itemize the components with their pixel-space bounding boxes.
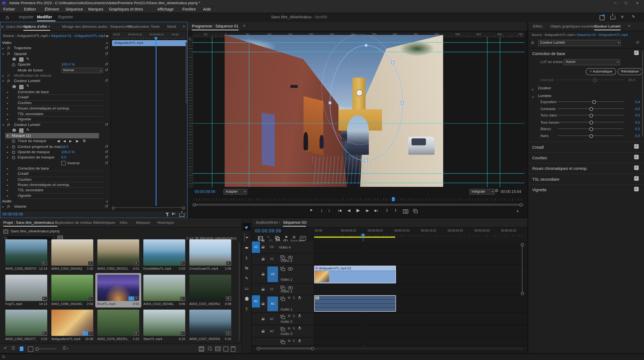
pen-mask-icon[interactable]: ✎ — [26, 128, 29, 132]
timeline-track-lane[interactable] — [313, 326, 527, 337]
track-header[interactable]: V4Vidéo 4 — [252, 242, 313, 254]
mark-in-icon[interactable]: { — [321, 208, 322, 212]
mic-icon[interactable] — [298, 296, 301, 300]
effect-clip-bar[interactable]: AntiguaArchTL.mp4 — [112, 40, 187, 46]
effect-row-Vignette[interactable]: ▸Vignette — [0, 193, 110, 199]
effect-row-Audio[interactable]: Audio▲ — [0, 198, 110, 204]
eye-icon[interactable] — [288, 267, 293, 271]
reset-icon[interactable]: ↺ — [105, 62, 108, 66]
chevron-icon[interactable]: ▾ — [3, 123, 4, 127]
zoom-level-select[interactable]: Adapter▾ — [224, 189, 247, 195]
type-tool[interactable]: T — [243, 305, 251, 313]
reset-icon[interactable]: ↺ — [105, 46, 108, 50]
timeline-track-lane[interactable] — [313, 313, 527, 325]
lumiere-section[interactable]: Lumière — [538, 94, 551, 98]
section-checkbox[interactable]: ✓ — [634, 176, 639, 181]
list-view-icon[interactable]: ☰ — [11, 346, 15, 350]
basic-correction-header[interactable]: Correction de base — [532, 51, 565, 56]
scrollbar[interactable] — [642, 51, 643, 137]
home-icon[interactable]: ⌂ — [6, 14, 9, 20]
stopwatch-icon[interactable] — [12, 63, 15, 67]
effect-row-masktools[interactable]: ✎ — [0, 128, 110, 133]
rect-mask-icon[interactable] — [19, 129, 23, 133]
track-select-forward-tool[interactable]: ▸ — [243, 233, 251, 241]
lock-icon[interactable] — [262, 317, 264, 321]
menu-item[interactable]: Fichier — [3, 7, 15, 11]
play-button[interactable]: ▶ — [356, 208, 360, 213]
track-header[interactable]: V2Vidéo 2 — [252, 265, 313, 284]
chevron-icon[interactable]: ▾ — [7, 134, 8, 138]
chevron-icon[interactable]: ▸ — [7, 167, 8, 170]
source-badge-icon[interactable] — [281, 327, 285, 331]
lumetri-effect-select[interactable]: Couleur Lumetri▾ — [538, 40, 621, 46]
effect-row-Trajectoire[interactable]: ▸fxTrajectoire↺ — [0, 46, 110, 51]
timeline-timecode[interactable]: 00:00:09:06 — [255, 228, 281, 233]
effect-panel-tab[interactable]: Options d'effet ≡ — [23, 22, 50, 31]
effect-panel-timecode[interactable]: 00:00:09:06 — [3, 212, 23, 216]
collapse-icon[interactable]: ▲ — [106, 41, 108, 44]
monitor-scrollbar[interactable] — [194, 204, 521, 206]
keyframe-area[interactable]: AntiguaArchTL.mp4 :00:0000:00:04:2300:00… — [110, 32, 185, 210]
stopwatch-icon[interactable] — [12, 156, 15, 160]
quick-export-icon[interactable] — [600, 15, 605, 20]
zoom-slider[interactable] — [37, 349, 57, 349]
slider-value-Blancs[interactable]: 0,0 — [627, 127, 640, 131]
freeform-view-icon[interactable] — [28, 347, 33, 352]
mask-handle-top[interactable] — [365, 44, 368, 47]
workspace-tab-importer[interactable]: Importer — [19, 15, 33, 19]
lumetri-section-TSL secondaire[interactable]: TSL secondaire — [532, 177, 559, 182]
track-target-badge[interactable]: V2 — [267, 267, 278, 282]
panel-menu-icon[interactable]: ≡ — [628, 24, 630, 28]
source-patch-audio[interactable]: A1 — [252, 295, 260, 307]
hscroll-handle-right[interactable] — [311, 347, 314, 350]
workspaces-icon[interactable]: ≡ — [621, 14, 623, 19]
reset-icon[interactable]: ↺ — [105, 78, 108, 83]
reset-effect-icon[interactable]: ↺ — [636, 40, 639, 45]
slider-Tons foncés[interactable] — [558, 122, 623, 122]
slip-tool[interactable]: ↹ — [243, 264, 251, 272]
effect-row-Masque (1)[interactable]: ▾Masque (1) — [0, 133, 110, 139]
mark-out-icon[interactable]: } — [329, 208, 330, 212]
solo-button[interactable]: S — [293, 327, 295, 330]
rect-mask-icon[interactable] — [19, 58, 23, 62]
slider-value-Noirs[interactable]: 0,0 — [627, 134, 640, 138]
effect-panel-tab[interactable]: Monit — [167, 22, 176, 31]
play-around-icon[interactable]: ▶\ — [172, 212, 175, 215]
slider-value-Tons clairs[interactable]: 0,0 — [627, 113, 640, 118]
track-name[interactable]: Vidéo 2 — [281, 277, 292, 282]
slider-thumb[interactable] — [589, 127, 593, 131]
menu-item[interactable]: Séquence — [65, 7, 83, 11]
settings-wrench-icon[interactable]: ⚙ — [495, 188, 499, 193]
lock-icon[interactable] — [262, 288, 264, 291]
track-header[interactable]: A1MSAudio 1 — [252, 295, 313, 313]
effect-row-Vignette[interactable]: ▸Vignette — [0, 117, 110, 122]
workspace-tab-exporter[interactable]: Exporter — [58, 15, 73, 19]
mask-handle-bottom[interactable] — [365, 159, 368, 162]
guide-line[interactable] — [500, 37, 500, 187]
project-item[interactable]: StarsTL.mp46:15 — [141, 308, 187, 342]
project-item[interactable]: A004_C002_09244Q_001..1:02 — [49, 238, 95, 272]
slider-value-Exposition[interactable]: 0,4 — [627, 100, 640, 104]
project-panel-tab[interactable]: Marques — [136, 218, 150, 227]
edit-pen-icon[interactable]: ✎ — [632, 14, 635, 19]
solo-button[interactable]: S — [293, 314, 295, 317]
timeline-track-lane[interactable] — [313, 242, 527, 254]
auto-button[interactable]: ⚡ Automatique — [586, 68, 616, 75]
effect-row-Volume[interactable]: ▸fxVolume↺ — [0, 204, 110, 210]
next-keyframe-icon[interactable]: |▶ — [76, 139, 79, 143]
slider-thumb[interactable] — [589, 121, 593, 124]
effect-row-Créatif[interactable]: ▸Créatif — [0, 171, 110, 177]
reset-button[interactable]: Réinitialiser — [618, 68, 642, 75]
slider-value-Tons foncés[interactable]: 0,0 — [627, 120, 640, 124]
menu-item[interactable]: Aide — [203, 7, 211, 11]
effect-row-Modification de vitesse[interactable]: ▸fxModification de vitesse — [0, 73, 110, 79]
effect-row-Courbes[interactable]: ▸Courbes — [0, 177, 110, 182]
lock-icon[interactable] — [262, 302, 264, 306]
menu-item[interactable]: Élément — [45, 7, 59, 11]
param-value[interactable]: 0,0 — [61, 155, 66, 160]
couleur-section[interactable]: Couleur — [538, 86, 551, 90]
chevron-icon[interactable]: ▸ — [7, 113, 8, 116]
chevron-icon[interactable]: ▸ — [7, 173, 8, 176]
project-item[interactable]: A003_C092_09231C_001..5:01 — [95, 238, 141, 272]
intensity-value[interactable]: 50,0 — [628, 78, 635, 82]
